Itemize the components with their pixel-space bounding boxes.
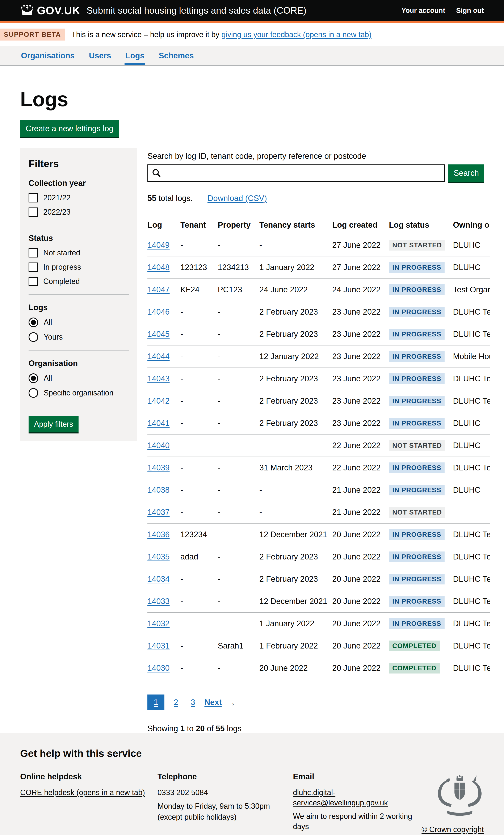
table-row: 14046--2 February 202323 June 2022IN PRO…: [147, 301, 490, 323]
log-link[interactable]: 14046: [147, 307, 170, 316]
log-link[interactable]: 14030: [147, 664, 170, 672]
radio-specific-organisation[interactable]: Specific organisation: [28, 388, 129, 398]
radio-icon[interactable]: [28, 318, 38, 327]
cell-log-created: 22 June 2022: [332, 434, 389, 457]
pagination-page-1[interactable]: 1: [147, 694, 164, 710]
govuk-logo[interactable]: GOV.UK: [20, 4, 80, 17]
log-link[interactable]: 14031: [147, 641, 170, 650]
core-helpdesk-link[interactable]: CORE helpdesk (opens in a new tab): [20, 788, 145, 797]
column-header-log: Log: [147, 217, 180, 234]
nav-tab-schemes[interactable]: Schemes: [158, 46, 195, 65]
checkbox-icon[interactable]: [28, 207, 38, 217]
table-row: 14033--12 December 202120 June 2022IN PR…: [147, 590, 490, 613]
phase-banner-text-prefix: This is a new service – help us improve …: [72, 30, 221, 39]
feedback-link[interactable]: giving us your feedback (opens in a new …: [222, 30, 371, 39]
cell-property: -: [218, 412, 259, 434]
download-csv-link[interactable]: Download (CSV): [207, 194, 267, 203]
showing-total: 55: [216, 724, 224, 733]
cell-tenancy-starts: 2 February 2023: [259, 568, 332, 590]
checkbox-icon[interactable]: [28, 193, 38, 202]
log-link[interactable]: 14044: [147, 352, 170, 361]
table-row: 14040---22 June 2022NOT STARTEDDLUHC: [147, 434, 490, 457]
telephone-number: 0333 202 5084: [158, 788, 293, 798]
nav-tab-users[interactable]: Users: [88, 46, 112, 65]
checkbox-not-started[interactable]: Not started: [28, 248, 129, 258]
pagination-page-2[interactable]: 2: [170, 694, 181, 710]
cell-log-status: IN PROGRESS: [389, 323, 453, 345]
status-badge: IN PROGRESS: [389, 485, 445, 495]
filter-group-collection-year: Collection year2021/222022/23: [28, 179, 129, 217]
log-link[interactable]: 14034: [147, 575, 170, 584]
log-link[interactable]: 14036: [147, 530, 170, 539]
log-link[interactable]: 14035: [147, 552, 170, 561]
cell-log-created: 20 June 2022: [332, 590, 389, 613]
nav-tab-logs[interactable]: Logs: [124, 46, 145, 65]
checkbox-icon[interactable]: [28, 263, 38, 272]
cell-log-status: IN PROGRESS: [389, 345, 453, 368]
log-link[interactable]: 14049: [147, 241, 170, 249]
showing-prefix: Showing: [147, 724, 180, 733]
email-link[interactable]: dluhc.digital-services@levellingup.gov.u…: [293, 788, 388, 807]
your-account-link[interactable]: Your account: [402, 6, 445, 15]
cell-tenant: -: [180, 613, 218, 635]
royal-coat-of-arms-icon: [436, 772, 484, 820]
radio-icon[interactable]: [28, 332, 38, 342]
checkbox-2021-22[interactable]: 2021/22: [28, 193, 129, 202]
cell-log-created: 27 June 2022: [332, 257, 389, 279]
cell-property: -: [218, 345, 259, 368]
log-link[interactable]: 14037: [147, 508, 170, 517]
log-link[interactable]: 14032: [147, 619, 170, 628]
pagination-page-3[interactable]: 3: [187, 694, 199, 710]
search-button[interactable]: Search: [448, 164, 484, 182]
status-badge: NOT STARTED: [389, 240, 445, 250]
log-link[interactable]: 14039: [147, 463, 170, 472]
option-label: 2021/22: [43, 194, 70, 202]
log-link[interactable]: 14040: [147, 441, 170, 450]
service-name[interactable]: Submit social housing lettings and sales…: [86, 5, 306, 16]
radio-yours[interactable]: Yours: [28, 332, 129, 342]
checkbox-2022-23[interactable]: 2022/23: [28, 207, 129, 217]
search-input[interactable]: [147, 164, 445, 182]
log-link[interactable]: 14041: [147, 419, 170, 428]
cell-log-status: IN PROGRESS: [389, 568, 453, 590]
radio-all[interactable]: All: [28, 318, 129, 327]
cell-tenancy-starts: 2 February 2023: [259, 546, 332, 568]
status-badge: IN PROGRESS: [389, 351, 445, 362]
log-link[interactable]: 14042: [147, 396, 170, 405]
checkbox-completed[interactable]: Completed: [28, 277, 129, 286]
cell-owning-organisation: DLUHC Tes: [453, 390, 490, 412]
cell-log-status: IN PROGRESS: [389, 390, 453, 412]
cell-tenancy-starts: 1 January 2022: [259, 613, 332, 635]
checkbox-icon[interactable]: [28, 248, 38, 258]
pagination-next-link[interactable]: Next: [204, 698, 222, 707]
sign-out-link[interactable]: Sign out: [456, 6, 484, 15]
checkbox-icon[interactable]: [28, 277, 38, 286]
radio-icon[interactable]: [28, 388, 38, 398]
cell-owning-organisation: [453, 501, 490, 524]
cell-tenant: -: [180, 434, 218, 457]
cell-tenancy-starts: -: [259, 234, 332, 257]
table-row: 14035adad-2 February 202320 June 2022IN …: [147, 546, 490, 568]
radio-icon[interactable]: [28, 373, 38, 383]
column-header-tenancy-starts: Tenancy starts: [259, 217, 332, 234]
cell-log-created: 20 June 2022: [332, 546, 389, 568]
cell-tenancy-starts: -: [259, 479, 332, 501]
cell-log-status: IN PROGRESS: [389, 457, 453, 479]
cell-owning-organisation: DLUHC: [453, 434, 490, 457]
log-link[interactable]: 14045: [147, 330, 170, 339]
log-link[interactable]: 14033: [147, 597, 170, 606]
log-link[interactable]: 14048: [147, 263, 170, 272]
log-link[interactable]: 14043: [147, 374, 170, 383]
crown-copyright-link[interactable]: © Crown copyright: [422, 825, 484, 834]
checkbox-in-progress[interactable]: In progress: [28, 263, 129, 272]
create-lettings-log-button[interactable]: Create a new lettings log: [20, 120, 119, 137]
cell-property: -: [218, 234, 259, 257]
pagination: 123Next →: [147, 694, 490, 710]
apply-filters-button[interactable]: Apply filters: [28, 416, 79, 432]
log-link[interactable]: 14047: [147, 285, 170, 294]
radio-all[interactable]: All: [28, 373, 129, 383]
nav-tab-organisations[interactable]: Organisations: [20, 46, 76, 65]
log-link[interactable]: 14038: [147, 486, 170, 494]
column-header-log-status: Log status: [389, 217, 453, 234]
email-title: Email: [293, 772, 421, 781]
